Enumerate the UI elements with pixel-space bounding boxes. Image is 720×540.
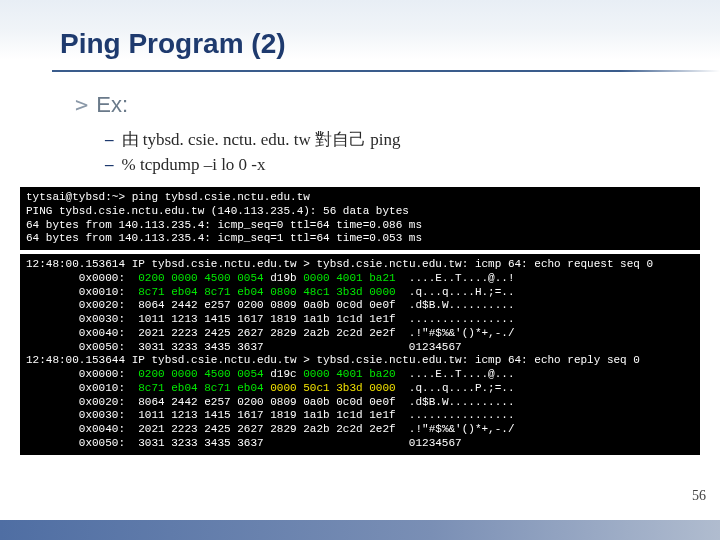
sub-item-1: – 由 tybsd. csie. nctu. edu. tw 對自己 ping: [105, 126, 720, 153]
slide-title: Ping Program (2): [60, 28, 720, 60]
sub1-cmd: ping: [370, 130, 400, 149]
sub1-prefix: 由: [122, 130, 139, 149]
terminal-tcpdump-output: 12:48:00.153614 IP tybsd.csie.nctu.edu.t…: [20, 254, 700, 455]
terminal-ping-output: tytsai@tybsd:~> ping tybsd.csie.nctu.edu…: [20, 187, 700, 250]
arrow-icon: >: [75, 92, 88, 117]
dash-icon: –: [105, 130, 114, 150]
sub2-text: % tcpdump –i lo 0 -x: [122, 155, 266, 175]
sub1-mid: 對自己: [315, 130, 366, 149]
sub-item-2: – % tcpdump –i lo 0 -x: [105, 153, 720, 177]
example-heading: > Ex:: [75, 92, 720, 118]
dash-icon: –: [105, 155, 114, 175]
title-underline: [52, 70, 720, 72]
bottom-bar: [0, 520, 720, 540]
example-label: Ex:: [96, 92, 128, 118]
sub1-host: tybsd. csie. nctu. edu. tw: [143, 130, 311, 149]
page-number: 56: [692, 488, 706, 504]
